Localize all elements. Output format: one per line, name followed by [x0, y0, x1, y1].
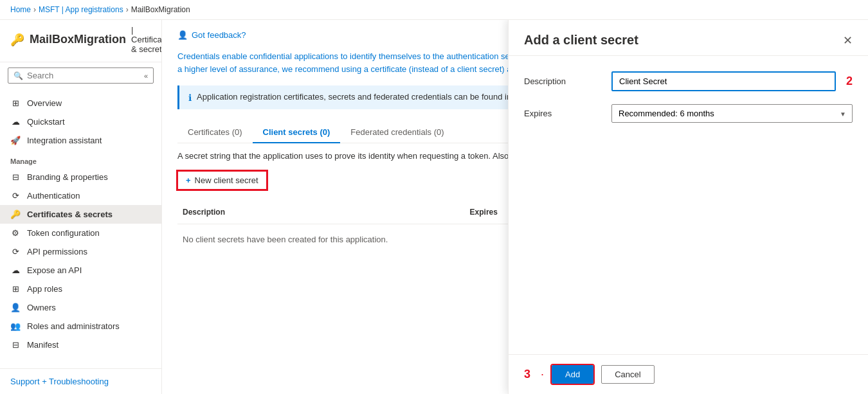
plus-icon: +: [186, 175, 191, 185]
panel-close-button[interactable]: ✕: [843, 33, 853, 48]
sidebar-item-label: Branding & properties: [27, 172, 108, 182]
description-input[interactable]: [611, 71, 836, 91]
sidebar-item-label: Integration assistant: [27, 136, 102, 145]
sidebar-item-branding[interactable]: ⊟ Branding & properties: [0, 168, 161, 186]
certificates-icon: 🔑: [10, 210, 21, 219]
sidebar-item-label: Certificates & secrets: [27, 210, 113, 219]
sidebar-item-label: Manifest: [27, 340, 59, 350]
roles-icon: 👥: [10, 321, 21, 331]
breadcrumb-app-registrations[interactable]: MSFT | App registrations: [39, 5, 123, 14]
new-client-secret-button[interactable]: + New client secret: [177, 171, 267, 190]
manage-label: Manage: [0, 150, 161, 168]
add-secret-panel: Add a client secret ✕ Description 2 Expi…: [508, 20, 868, 394]
description-row: Description 2: [524, 71, 853, 91]
quickstart-icon: ☁: [10, 117, 21, 127]
authentication-icon: ⟳: [10, 191, 21, 201]
step-3-label: 3: [524, 368, 530, 381]
sidebar-item-label: Overview: [27, 98, 62, 108]
feedback-text: Got feedback?: [192, 30, 246, 40]
expose-icon: ☁: [10, 265, 21, 275]
sidebar-item-certificates[interactable]: 🔑 Certificates & secrets: [0, 205, 161, 224]
expires-select[interactable]: Recommended: 6 months 12 months 18 month…: [611, 104, 853, 123]
feedback-icon: 👤: [177, 30, 188, 40]
search-icon: 🔍: [14, 71, 23, 80]
sidebar-item-label: Expose an API: [27, 265, 82, 275]
col-description: Description: [177, 208, 465, 219]
app-name: MailBoxMigration: [30, 33, 126, 46]
app-title-section: 🔑 MailBoxMigration | Certificates & secr…: [0, 20, 161, 62]
sidebar-item-expose[interactable]: ☁ Expose an API: [0, 261, 161, 280]
sidebar-item-authentication[interactable]: ⟳ Authentication: [0, 186, 161, 205]
tab-client-secrets[interactable]: Client secrets (0): [253, 122, 341, 143]
panel-body: Description 2 Expires Recommended: 6 mon…: [509, 56, 868, 354]
panel-footer: 3 · Add Cancel: [509, 354, 868, 394]
expires-row: Expires Recommended: 6 months 12 months …: [524, 104, 853, 123]
overview-icon: ⊞: [10, 98, 21, 108]
sidebar-item-label: App roles: [27, 284, 62, 294]
sidebar-item-label: Quickstart: [27, 117, 65, 127]
owners-icon: 👤: [10, 303, 21, 312]
breadcrumb: Home › MSFT | App registrations › MailBo…: [0, 0, 868, 20]
cancel-button[interactable]: Cancel: [601, 365, 654, 384]
manifest-icon: ⊟: [10, 340, 21, 350]
integration-icon: 🚀: [10, 136, 21, 145]
search-box[interactable]: 🔍 «: [8, 67, 154, 84]
sidebar-nav: ⊞ Overview ☁ Quickstart 🚀 Integration as…: [0, 89, 161, 368]
sidebar-item-label: Roles and administrators: [27, 321, 120, 331]
description-label: Description: [524, 76, 601, 86]
sidebar-item-owners[interactable]: 👤 Owners: [0, 298, 161, 317]
tab-federated[interactable]: Federated credentials (0): [340, 122, 454, 143]
api-icon: ⟳: [10, 247, 21, 256]
sidebar-item-label: Token configuration: [27, 228, 100, 238]
sidebar-item-integration[interactable]: 🚀 Integration assistant: [0, 131, 161, 150]
sidebar: 🔑 MailBoxMigration | Certificates & secr…: [0, 20, 162, 394]
branding-icon: ⊟: [10, 172, 21, 182]
sidebar-item-api[interactable]: ⟳ API permissions: [0, 242, 161, 261]
sidebar-item-quickstart[interactable]: ☁ Quickstart: [0, 112, 161, 131]
support-link[interactable]: Support + Troubleshooting: [0, 368, 161, 394]
expires-label: Expires: [524, 109, 601, 118]
search-input[interactable]: [27, 71, 140, 80]
tab-certificates[interactable]: Certificates (0): [177, 122, 253, 143]
panel-header: Add a client secret ✕: [509, 20, 868, 56]
panel-title: Add a client secret: [524, 33, 638, 48]
sidebar-item-label: Owners: [27, 303, 56, 312]
sidebar-item-token[interactable]: ⚙ Token configuration: [0, 224, 161, 242]
sidebar-item-label: Authentication: [27, 191, 80, 201]
step-2-label: 2: [846, 75, 853, 88]
sidebar-item-label: API permissions: [27, 247, 87, 256]
new-secret-label: New client secret: [195, 175, 258, 185]
breadcrumb-current: MailBoxMigration: [131, 5, 190, 14]
token-icon: ⚙: [10, 228, 21, 238]
info-icon: ℹ: [188, 93, 192, 103]
approles-icon: ⊞: [10, 284, 21, 294]
sidebar-item-overview[interactable]: ⊞ Overview: [0, 94, 161, 112]
collapse-icon[interactable]: «: [144, 72, 148, 80]
page-subtitle: | Certificates & secrets: [131, 25, 162, 54]
breadcrumb-home[interactable]: Home: [10, 5, 31, 14]
key-icon: 🔑: [10, 33, 24, 47]
add-button[interactable]: Add: [552, 365, 593, 384]
sidebar-item-roles[interactable]: 👥 Roles and administrators: [0, 317, 161, 336]
sidebar-item-approles[interactable]: ⊞ App roles: [0, 280, 161, 298]
dot-separator: ·: [541, 368, 544, 381]
sidebar-item-manifest[interactable]: ⊟ Manifest: [0, 336, 161, 354]
